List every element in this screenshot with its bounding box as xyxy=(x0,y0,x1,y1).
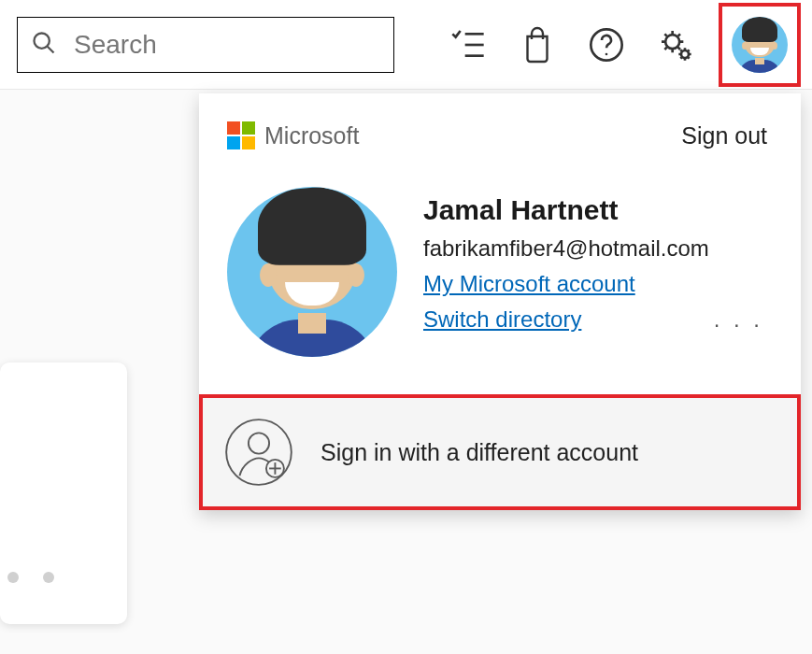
user-name: Jamal Hartnett xyxy=(423,194,767,226)
brand-label: Microsoft xyxy=(264,122,359,149)
worklist-icon[interactable] xyxy=(448,24,489,65)
account-info: Jamal Hartnett fabrikamfiber4@hotmail.co… xyxy=(423,187,767,333)
switch-directory-link[interactable]: Switch directory xyxy=(423,306,581,333)
svg-point-10 xyxy=(681,50,689,58)
background-card xyxy=(0,363,127,624)
user-email: fabrikamfiber4@hotmail.com xyxy=(423,235,767,262)
dropdown-header: Microsoft Sign out xyxy=(199,93,801,149)
svg-point-8 xyxy=(605,52,608,55)
signin-different-account-button[interactable]: Sign in with a different account xyxy=(199,394,801,510)
microsoft-brand: Microsoft xyxy=(227,121,359,149)
signin-different-label: Sign in with a different account xyxy=(321,439,638,466)
search-input[interactable] xyxy=(74,30,393,60)
signout-link[interactable]: Sign out xyxy=(681,122,767,149)
marketplace-icon[interactable] xyxy=(517,24,558,65)
settings-icon[interactable] xyxy=(655,24,696,65)
svg-point-0 xyxy=(35,33,50,48)
avatar-icon xyxy=(732,17,788,73)
more-options-button[interactable]: . . . xyxy=(714,306,767,333)
account-dropdown: Microsoft Sign out Jamal Hartnett fabrik… xyxy=(199,93,801,510)
my-account-link[interactable]: My Microsoft account xyxy=(423,271,635,297)
microsoft-logo-icon xyxy=(227,121,255,149)
toolbar-icons xyxy=(448,3,801,87)
search-icon xyxy=(31,30,57,60)
pager-dots xyxy=(7,572,54,583)
dropdown-body: Jamal Hartnett fabrikamfiber4@hotmail.co… xyxy=(199,149,801,394)
svg-point-9 xyxy=(665,35,679,49)
profile-avatar-button[interactable] xyxy=(719,3,801,87)
top-bar xyxy=(0,0,812,90)
search-box[interactable] xyxy=(17,17,394,73)
help-icon[interactable] xyxy=(586,24,627,65)
svg-line-1 xyxy=(48,46,54,52)
svg-point-12 xyxy=(249,433,269,453)
avatar-large xyxy=(227,187,397,357)
add-user-icon xyxy=(223,417,294,488)
